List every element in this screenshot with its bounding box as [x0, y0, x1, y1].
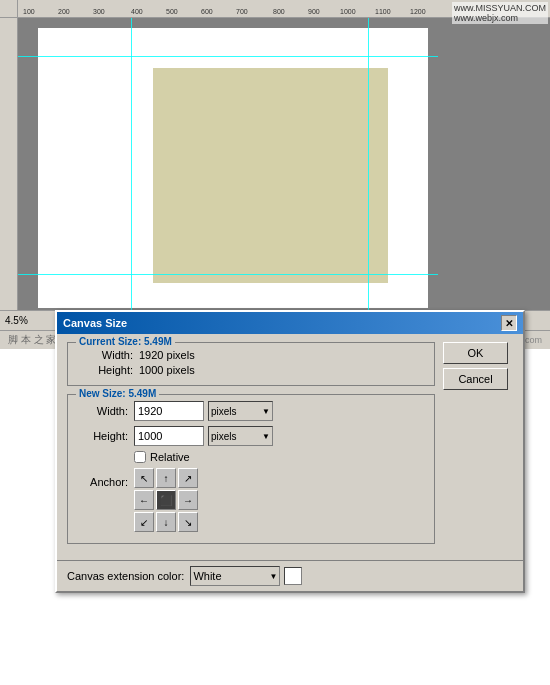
guide-vertical-1 [131, 18, 132, 318]
canvas-white [38, 28, 428, 308]
width-unit-wrapper: pixels inches cm mm [204, 401, 273, 421]
canvas-size-dialog: Canvas Size ✕ Current Size: 5.49M Width:… [55, 310, 525, 593]
anchor-bottom-left[interactable]: ↙ [134, 512, 154, 532]
new-size-section: New Size: 5.49M Width: pixels inches cm … [67, 394, 435, 544]
photoshop-workspace: 100 200 300 400 500 600 700 800 900 1000… [0, 0, 550, 330]
new-size-label: New Size: 5.49M [76, 388, 159, 399]
anchor-bottom-center[interactable]: ↓ [156, 512, 176, 532]
zoom-level: 4.5% [5, 315, 28, 326]
left-text: 脚 本 之 家 [8, 334, 56, 345]
relative-label: Relative [150, 451, 190, 463]
current-width-row: Width: 1920 pixels [78, 349, 424, 361]
anchor-middle-right[interactable]: → [178, 490, 198, 510]
current-height-value: 1000 pixels [139, 364, 195, 376]
height-input[interactable] [134, 426, 204, 446]
canvas-content [153, 68, 388, 283]
anchor-top-right[interactable]: ↗ [178, 468, 198, 488]
dialog-titlebar: Canvas Size ✕ [57, 312, 523, 334]
canvas-color-select[interactable]: White Background Foreground Black Gray O… [190, 566, 280, 586]
anchor-bottom-right[interactable]: ↘ [178, 512, 198, 532]
guide-horizontal-1 [18, 56, 438, 57]
height-unit-wrapper: pixels inches cm mm [204, 426, 273, 446]
current-width-label: Width: [78, 349, 133, 361]
anchor-label: Anchor: [78, 468, 128, 488]
anchor-middle-left[interactable]: ← [134, 490, 154, 510]
current-size-section: Current Size: 5.49M Width: 1920 pixels H… [67, 342, 435, 386]
width-input[interactable] [134, 401, 204, 421]
canvas-color-swatch[interactable] [284, 567, 302, 585]
canvas-extension-color-bar: Canvas extension color: White Background… [57, 560, 523, 591]
dialog-title: Canvas Size [63, 317, 127, 329]
dialog-close-button[interactable]: ✕ [501, 315, 517, 331]
guide-horizontal-2 [18, 274, 438, 275]
new-height-label: Height: [78, 430, 128, 442]
dialog-body: Current Size: 5.49M Width: 1920 pixels H… [57, 334, 523, 560]
anchor-grid: ↖ ↑ ↗ ← ⬛ → ↙ ↓ ↘ [134, 468, 198, 532]
current-size-label: Current Size: 5.49M [76, 336, 175, 347]
current-height-label: Height: [78, 364, 133, 376]
relative-checkbox[interactable] [134, 451, 146, 463]
current-height-row: Height: 1000 pixels [78, 364, 424, 376]
new-width-row: Width: pixels inches cm mm [78, 401, 424, 421]
new-width-label: Width: [78, 405, 128, 417]
watermark-top-right: www.MISSYUAN.COM www.webjx.com [452, 2, 548, 24]
anchor-top-left[interactable]: ↖ [134, 468, 154, 488]
new-height-row: Height: pixels inches cm mm [78, 426, 424, 446]
anchor-section: Anchor: ↖ ↑ ↗ ← ⬛ → ↙ ↓ ↘ [78, 468, 424, 532]
ok-button[interactable]: OK [443, 342, 508, 364]
anchor-top-center[interactable]: ↑ [156, 468, 176, 488]
dialog-buttons: OK Cancel [443, 342, 513, 552]
relative-row: Relative [134, 451, 424, 463]
width-unit-select[interactable]: pixels inches cm mm [208, 401, 273, 421]
cancel-button[interactable]: Cancel [443, 368, 508, 390]
left-ruler [0, 0, 18, 330]
canvas-extension-label: Canvas extension color: [67, 570, 184, 582]
canvas-color-select-wrapper: White Background Foreground Black Gray O… [190, 566, 280, 586]
height-unit-select[interactable]: pixels inches cm mm [208, 426, 273, 446]
anchor-center[interactable]: ⬛ [156, 490, 176, 510]
ruler-corner [0, 0, 18, 18]
canvas-area [18, 18, 550, 330]
current-width-value: 1920 pixels [139, 349, 195, 361]
guide-vertical-2 [368, 18, 369, 318]
dialog-left-panel: Current Size: 5.49M Width: 1920 pixels H… [67, 342, 435, 552]
